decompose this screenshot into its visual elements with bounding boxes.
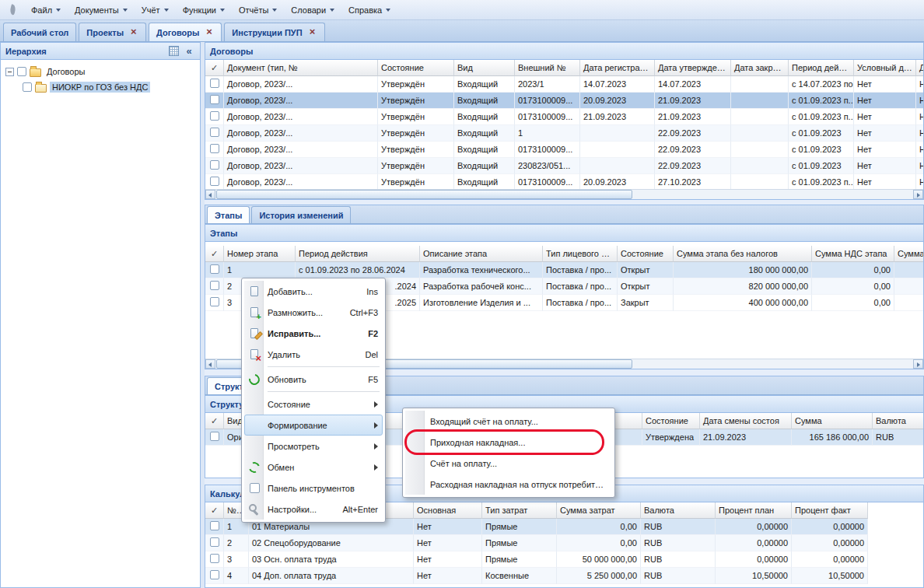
table-row[interactable]: 303 Осн. оплата трудаНетПрямые50 000 000…	[205, 551, 868, 568]
column-header[interactable]: ✓	[205, 413, 224, 429]
table-row[interactable]: Договор, 2023/...УтверждёнВходящий2023/1…	[205, 76, 923, 93]
column-header[interactable]: Сумма затрат	[557, 502, 641, 519]
context-menu-item[interactable]: Размножить...Ctrl+F3	[244, 302, 383, 323]
row-checkbox[interactable]	[210, 177, 219, 186]
tab-close-icon[interactable]	[129, 28, 138, 37]
grid-view-icon[interactable]	[167, 45, 180, 58]
menubar-item[interactable]: Файл	[25, 2, 67, 18]
column-header[interactable]: Основная	[414, 502, 482, 519]
row-checkbox[interactable]	[210, 111, 219, 121]
column-header[interactable]: Условный договор	[854, 60, 916, 76]
table-row[interactable]: 202 СпецоборудованиеНетПрямые0,00RUB0,00…	[205, 535, 868, 551]
row-checkbox[interactable]	[210, 144, 219, 153]
column-header[interactable]: Тип лицевого счёт	[543, 246, 618, 262]
column-header[interactable]: Сумма эт...	[894, 246, 923, 262]
column-header[interactable]: До...	[916, 60, 923, 76]
menubar-item[interactable]: Документы	[68, 2, 134, 18]
row-checkbox[interactable]	[210, 264, 219, 274]
scroll-right-icon[interactable]	[913, 190, 923, 199]
column-header[interactable]: Процент план	[716, 502, 792, 519]
tree-node[interactable]: НИОКР по ГОЗ без НДС	[3, 79, 198, 95]
context-menu-item[interactable]: Панель инструментов	[244, 478, 383, 499]
column-header[interactable]: Дата закрытия	[731, 60, 789, 76]
table-row[interactable]: Договор, 2023/...УтверждёнВходящий017310…	[205, 142, 923, 158]
scroll-right-icon[interactable]	[913, 359, 923, 369]
table-row[interactable]: Договор, 2023/...УтверждёнВходящий122.09…	[205, 125, 923, 142]
row-checkbox[interactable]	[210, 128, 219, 137]
workspace-tab[interactable]: Договоры	[149, 23, 222, 41]
column-header[interactable]: Вид	[454, 60, 515, 76]
table-row[interactable]: Договор, 2023/...УтверждёнВходящий017310…	[205, 93, 923, 109]
row-checkbox[interactable]	[210, 79, 219, 88]
column-header[interactable]: Тип затрат	[482, 502, 557, 519]
table-row[interactable]: Договор, 2023/...УтверждёнВходящий017310…	[205, 109, 923, 125]
context-menu-item[interactable]: Формирование	[244, 415, 383, 436]
scroll-left-icon[interactable]	[205, 359, 215, 369]
column-header[interactable]: Состояние	[378, 60, 454, 76]
column-header[interactable]: Сумма	[792, 413, 873, 429]
submenu-item[interactable]: Расходная накладная на отпуск потребител…	[405, 474, 612, 495]
row-checkbox[interactable]	[210, 160, 219, 170]
context-menu-item[interactable]: Настройки...Alt+Enter	[244, 499, 383, 520]
column-header[interactable]: Дата утверждения	[655, 60, 731, 76]
column-header[interactable]: Номер этапа	[224, 246, 296, 262]
row-checkbox[interactable]	[210, 297, 219, 306]
node-checkbox[interactable]	[23, 82, 32, 92]
column-header[interactable]: Процент факт	[792, 502, 868, 519]
row-checkbox[interactable]	[210, 570, 219, 579]
table-row[interactable]: 1с 01.09.2023 по 28.06.2024Разработка те…	[205, 262, 923, 278]
row-checkbox[interactable]	[210, 95, 219, 104]
context-menu-item[interactable]: Просмотреть	[244, 436, 383, 457]
tree-expander-icon[interactable]	[5, 68, 14, 76]
column-header[interactable]: Документ (тип, №	[224, 60, 378, 76]
sub-tab[interactable]: Этапы	[207, 206, 250, 223]
menubar-item[interactable]: Справка	[342, 2, 397, 18]
column-header[interactable]: Сумма этапа без налогов	[674, 246, 812, 262]
row-checkbox[interactable]	[210, 537, 219, 547]
column-header[interactable]: ✓	[205, 60, 224, 76]
column-header[interactable]: Состояние	[642, 413, 700, 429]
column-header[interactable]: Дата регистрации	[580, 60, 655, 76]
column-header[interactable]: Внешний №	[515, 60, 580, 76]
workspace-tab[interactable]: Инструкции ПУП	[224, 23, 324, 41]
menubar-item[interactable]: Учёт	[135, 2, 175, 18]
node-checkbox[interactable]	[17, 67, 26, 76]
row-checkbox[interactable]	[210, 521, 219, 530]
menubar-item[interactable]: Отчёты	[233, 2, 283, 18]
row-checkbox[interactable]	[210, 432, 219, 441]
submenu-item[interactable]: Счёт на оплату...	[405, 453, 612, 474]
column-header[interactable]: ✓	[205, 502, 224, 519]
tab-close-icon[interactable]	[308, 28, 317, 37]
column-header[interactable]: Период действия	[789, 60, 854, 76]
table-row[interactable]: 404 Доп. оплата трудаНетКосвенные5 250 0…	[205, 568, 868, 584]
workspace-tab[interactable]: Проекты	[79, 23, 146, 41]
column-header[interactable]: Состояние	[618, 246, 674, 262]
column-header[interactable]: Описание этапа	[420, 246, 543, 262]
context-menu-item[interactable]: ОбновитьF5	[244, 369, 383, 390]
column-header[interactable]: Период действия	[296, 246, 420, 262]
context-menu-item[interactable]: Состояние	[244, 394, 383, 415]
context-menu-item[interactable]: УдалитьDel	[244, 344, 383, 365]
context-menu-item[interactable]: Обмен	[244, 457, 383, 478]
table-row[interactable]: Договор, 2023/...УтверждёнВходящий230823…	[205, 158, 923, 174]
menubar-item[interactable]: Словари	[285, 2, 341, 18]
scroll-thumb[interactable]	[216, 190, 632, 199]
column-header[interactable]: Сумма НДС этапа	[812, 246, 894, 262]
tree-node[interactable]: Договоры	[3, 64, 198, 79]
collapse-panel-icon[interactable]	[183, 45, 195, 58]
tab-close-icon[interactable]	[205, 28, 214, 37]
context-menu-item[interactable]: Добавить...Ins	[244, 281, 383, 302]
scroll-left-icon[interactable]	[205, 190, 215, 199]
menubar-item[interactable]: Функции	[177, 2, 231, 18]
submenu-item[interactable]: Приходная накладная...	[405, 432, 612, 453]
submenu-item[interactable]: Входящий счёт на оплату...	[405, 411, 612, 432]
context-menu-item[interactable]: Исправить...F2	[244, 323, 383, 344]
column-header[interactable]: ✓	[205, 246, 224, 262]
row-checkbox[interactable]	[210, 554, 219, 563]
table-row[interactable]: Договор, 2023/...УтверждёнВходящий017310…	[205, 174, 923, 189]
row-checkbox[interactable]	[210, 281, 219, 290]
sub-tab[interactable]: История изменений	[251, 206, 351, 223]
column-header[interactable]: Валюта	[641, 502, 716, 519]
workspace-tab[interactable]: Рабочий стол	[3, 23, 76, 41]
column-header[interactable]: Дата смены состоя	[700, 413, 792, 429]
